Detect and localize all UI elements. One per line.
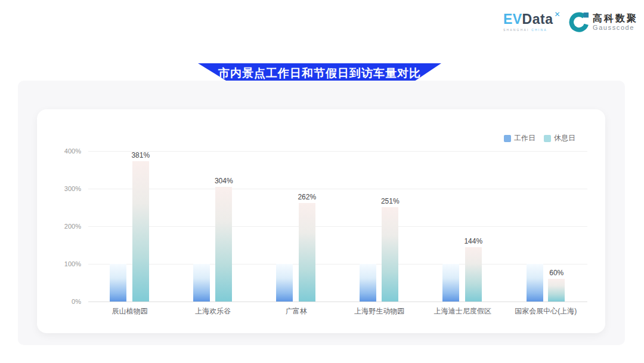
legend-label: 休息日 [554,133,575,143]
bar-value-label: 144% [464,237,482,245]
x-axis-labels: 辰山植物园上海欢乐谷广富林上海野生动物园上海迪士尼度假区国家会展中心(上海) [88,306,587,316]
x-axis-category-label: 上海野生动物园 [338,306,422,316]
page: EVData✕ SHANGHAI CHINA 高科数聚 Gausscode 市内… [0,0,644,363]
bar-column: 304% [215,151,233,302]
bar-workday [442,264,459,302]
bar-column: 251% [381,151,400,302]
bar-restday [548,279,565,302]
legend-item-workday[interactable]: 工作日 [504,133,535,143]
bar-column: 60% [548,151,565,302]
x-axis-category-label: 上海迪士尼度假区 [421,306,504,316]
evdata-subtext-right: CHINA [531,28,547,32]
bar-value-label: 60% [549,269,564,277]
bar-value-label: 251% [381,197,400,205]
y-axis-tick-label: 0% [37,298,81,305]
bar-restday [132,161,149,302]
gausscode-wordmark: 高科数聚 Gausscode [593,13,638,31]
evdata-subtext: SHANGHAI CHINA [503,28,547,32]
page-title: 市内景点工作日和节假日到访车量对比 [218,66,421,81]
y-axis-tick-label: 100% [37,260,81,267]
bar-column: 262% [298,151,316,302]
bar-group: 304% [172,151,255,302]
bar-workday [276,264,293,302]
bar-group: 251% [338,151,422,302]
bar-restday [215,187,232,302]
y-axis-tick-label: 200% [37,223,81,230]
x-axis-category-label: 辰山植物园 [88,306,172,316]
bar-workday [193,264,210,302]
bar-group: 144% [421,151,504,302]
bar-column [527,151,543,302]
gausscode-name-en: Gausscode [593,24,638,31]
bar-column: 381% [131,151,150,302]
bar-column [276,151,293,302]
bar-workday [527,264,543,302]
bar-restday [299,203,315,302]
legend-swatch-icon [544,135,551,142]
bar-group: 60% [504,151,588,302]
bar-restday [382,207,398,302]
legend-label: 工作日 [514,133,535,143]
content-panel: 工作日休息日 381%304%262%251%144%60% 辰山植物园上海欢乐… [18,81,625,345]
evdata-subtext-left: SHANGHAI [503,28,530,32]
evdata-logo: EVData✕ SHANGHAI CHINA [503,13,559,32]
bar-group: 262% [255,151,338,302]
bar-restday [465,247,482,302]
gausscode-mark-icon [569,12,589,32]
gausscode-name-cn: 高科数聚 [593,13,638,24]
bar-column [442,151,459,302]
evdata-ev-text: EV [503,11,522,27]
bar-value-label: 262% [298,193,316,201]
y-axis-tick-label: 400% [37,147,81,155]
chart-legend: 工作日休息日 [504,133,575,143]
bar-value-label: 381% [131,151,150,159]
x-axis-category-label: 国家会展中心(上海) [504,306,588,316]
evdata-wordmark: EVData✕ [503,13,559,26]
x-axis-category-label: 广富林 [255,306,338,316]
gausscode-logo: 高科数聚 Gausscode [569,12,638,32]
x-axis-category-label: 上海欢乐谷 [172,306,255,316]
bar-workday [110,264,126,302]
bar-column [193,151,210,302]
evdata-data-text: Data [522,11,553,27]
gridline [88,302,587,302]
legend-item-restday[interactable]: 休息日 [544,133,575,143]
bar-column: 144% [464,151,482,302]
legend-swatch-icon [504,135,511,142]
header-logos: EVData✕ SHANGHAI CHINA 高科数聚 Gausscode [503,12,638,32]
bar-column [110,151,126,302]
evdata-x-icon: ✕ [554,10,561,19]
bar-workday [360,264,376,302]
chart-card: 工作日休息日 381%304%262%251%144%60% 辰山植物园上海欢乐… [37,109,605,333]
bar-column [360,151,376,302]
bar-group: 381% [88,151,172,302]
y-axis-tick-label: 300% [37,185,81,192]
bar-value-label: 304% [215,177,233,185]
plot-area: 381%304%262%251%144%60% [88,151,587,302]
